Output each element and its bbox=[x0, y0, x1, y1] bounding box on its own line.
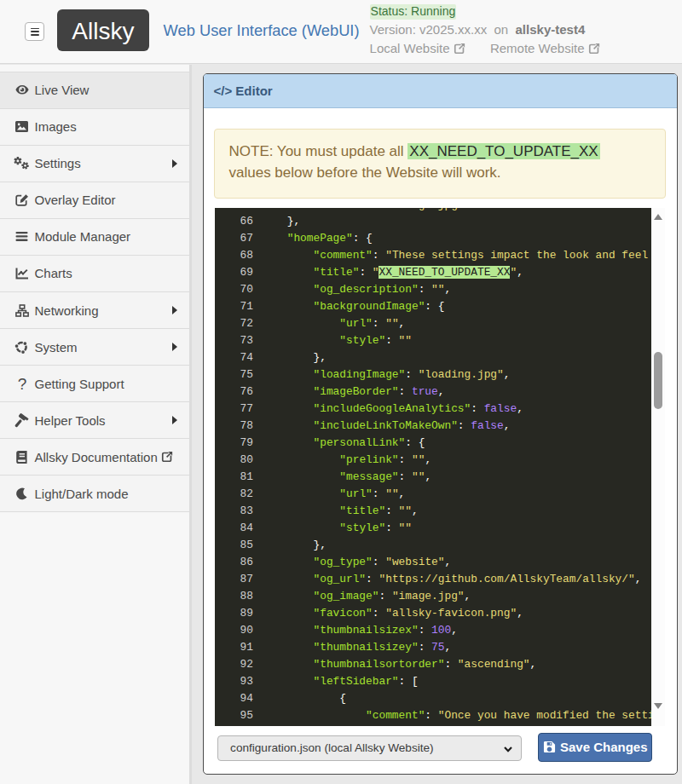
svg-text:?: ? bbox=[17, 377, 26, 391]
